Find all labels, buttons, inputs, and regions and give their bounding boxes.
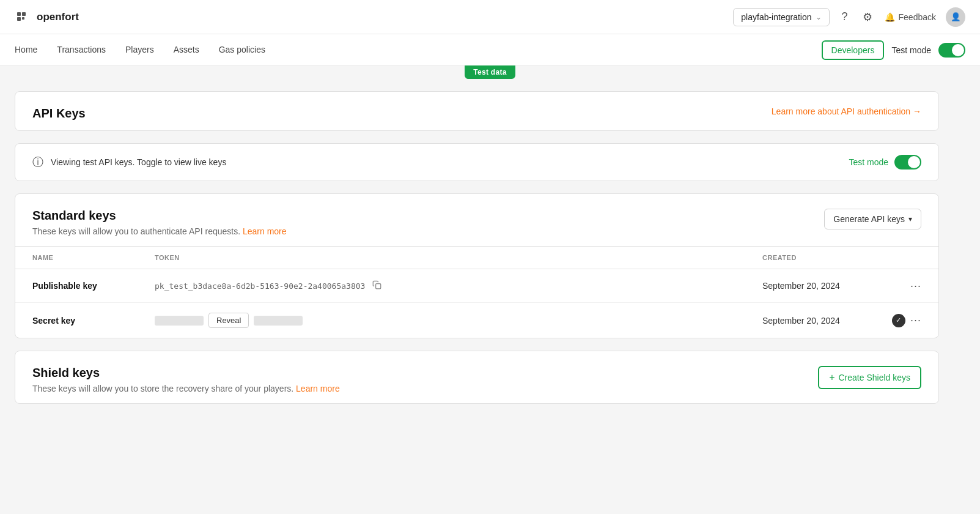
bell-icon: 🔔 bbox=[885, 12, 895, 22]
project-selector[interactable]: playfab-integration ⌄ bbox=[733, 8, 829, 26]
svg-rect-4 bbox=[376, 284, 381, 289]
col-actions bbox=[885, 254, 921, 261]
chevron-down-icon: ▾ bbox=[908, 215, 912, 223]
publishable-token-value: pk_test_b3dace8a-6d2b-5163-90e2-2a40065a… bbox=[155, 281, 365, 291]
reveal-secret-key-button[interactable]: Reveal bbox=[208, 313, 249, 328]
svg-rect-2 bbox=[17, 17, 21, 21]
check-badge: ✓ bbox=[892, 314, 905, 327]
user-icon: 👤 bbox=[951, 12, 961, 21]
publishable-token-cell: pk_test_b3dace8a-6d2b-5163-90e2-2a40065a… bbox=[155, 279, 762, 292]
keys-table: NAME TOKEN CREATED Publishable key pk_te… bbox=[15, 246, 938, 338]
create-shield-keys-button[interactable]: + Create Shield keys bbox=[818, 366, 921, 389]
test-data-wrapper: Test data bbox=[0, 65, 980, 79]
key-name-secret: Secret key bbox=[32, 316, 155, 326]
standard-keys-subtitle: These keys will allow you to authenticat… bbox=[32, 226, 287, 236]
info-banner-right: Test mode bbox=[849, 155, 921, 169]
shield-keys-header: Shield keys These keys will allow you to… bbox=[15, 351, 938, 403]
logo-text: openfort bbox=[37, 11, 79, 23]
standard-keys-header: Standard keys These keys will allow you … bbox=[15, 194, 938, 246]
settings-button[interactable]: ⚙ bbox=[860, 8, 875, 26]
secret-key-more-button[interactable]: ··· bbox=[910, 314, 921, 327]
col-created: CREATED bbox=[762, 254, 885, 261]
avatar-button[interactable]: 👤 bbox=[946, 7, 965, 27]
standard-keys-title-area: Standard keys These keys will allow you … bbox=[32, 209, 287, 236]
info-icon: ⓘ bbox=[32, 155, 43, 169]
copy-publishable-key-button[interactable] bbox=[371, 279, 383, 292]
standard-keys-learn-more[interactable]: Learn more bbox=[243, 226, 287, 236]
standard-keys-title: Standard keys bbox=[32, 209, 287, 223]
publishable-key-more-button[interactable]: ··· bbox=[910, 280, 921, 292]
feedback-label: Feedback bbox=[899, 12, 936, 22]
chevron-icon: ⌄ bbox=[816, 13, 822, 21]
feedback-button[interactable]: 🔔 Feedback bbox=[885, 12, 936, 22]
developers-button[interactable]: Developers bbox=[822, 40, 885, 60]
shield-keys-card: Shield keys These keys will allow you to… bbox=[15, 351, 939, 404]
table-row: Secret key Reveal September 20, 2024 ✓ ·… bbox=[15, 303, 938, 338]
secret-key-date: September 20, 2024 bbox=[762, 316, 885, 326]
shield-keys-title-area: Shield keys These keys will allow you to… bbox=[32, 366, 340, 393]
help-icon: ? bbox=[842, 10, 848, 23]
nav-home[interactable]: Home bbox=[15, 35, 37, 65]
generate-api-keys-button[interactable]: Generate API keys ▾ bbox=[824, 209, 921, 229]
col-token: TOKEN bbox=[155, 254, 762, 261]
test-data-badge: Test data bbox=[465, 65, 515, 79]
logo-icon bbox=[15, 9, 32, 26]
project-name: playfab-integration bbox=[741, 12, 811, 22]
test-mode-label: Test mode bbox=[891, 45, 931, 55]
logo-area: openfort bbox=[15, 9, 79, 26]
create-shield-btn-label: Create Shield keys bbox=[838, 373, 910, 382]
info-banner-left: ⓘ Viewing test API keys. Toggle to view … bbox=[32, 155, 226, 169]
col-name: NAME bbox=[32, 254, 155, 261]
top-nav: openfort playfab-integration ⌄ ? ⚙ 🔔 Fee… bbox=[0, 0, 980, 34]
publishable-key-actions: ··· bbox=[885, 280, 921, 292]
info-test-mode-toggle[interactable] bbox=[894, 155, 921, 169]
secondary-nav: Home Transactions Players Assets Gas pol… bbox=[0, 34, 980, 66]
secret-token-cell: Reveal bbox=[155, 313, 762, 328]
svg-rect-0 bbox=[17, 12, 21, 16]
generate-btn-label: Generate API keys bbox=[833, 214, 905, 224]
api-keys-card: API Keys Learn more about API authentica… bbox=[15, 91, 939, 131]
test-mode-toggle[interactable] bbox=[938, 43, 965, 58]
api-auth-link[interactable]: Learn more about API authentication → bbox=[772, 106, 921, 116]
secret-key-actions: ✓ ··· bbox=[885, 314, 921, 327]
publishable-key-date: September 20, 2024 bbox=[762, 281, 885, 291]
standard-keys-card: Standard keys These keys will allow you … bbox=[15, 193, 939, 338]
nav-gas-policies[interactable]: Gas policies bbox=[219, 35, 265, 65]
help-button[interactable]: ? bbox=[839, 8, 850, 26]
shield-keys-subtitle: These keys will allow you to store the r… bbox=[32, 384, 340, 393]
shield-keys-title: Shield keys bbox=[32, 366, 340, 380]
info-banner: ⓘ Viewing test API keys. Toggle to view … bbox=[15, 143, 939, 181]
key-name-publishable: Publishable key bbox=[32, 281, 155, 291]
top-nav-right: playfab-integration ⌄ ? ⚙ 🔔 Feedback 👤 bbox=[733, 7, 965, 27]
svg-rect-3 bbox=[22, 17, 24, 20]
api-keys-title: API Keys bbox=[32, 106, 86, 121]
gear-icon: ⚙ bbox=[863, 10, 872, 24]
nav-assets[interactable]: Assets bbox=[174, 35, 199, 65]
svg-rect-1 bbox=[22, 12, 26, 16]
table-row: Publishable key pk_test_b3dace8a-6d2b-51… bbox=[15, 269, 938, 303]
nav-links: Home Transactions Players Assets Gas pol… bbox=[15, 35, 822, 65]
nav-right-actions: Developers Test mode bbox=[822, 40, 965, 60]
table-header-row: NAME TOKEN CREATED bbox=[15, 247, 938, 269]
info-banner-text: Viewing test API keys. Toggle to view li… bbox=[51, 157, 226, 167]
nav-players[interactable]: Players bbox=[125, 35, 154, 65]
info-test-mode-label: Test mode bbox=[849, 157, 888, 167]
main-content: API Keys Learn more about API authentica… bbox=[0, 91, 954, 428]
api-keys-header: API Keys Learn more about API authentica… bbox=[15, 92, 938, 130]
shield-keys-learn-more[interactable]: Learn more bbox=[296, 384, 340, 393]
secret-blur-left bbox=[155, 316, 204, 326]
nav-transactions[interactable]: Transactions bbox=[57, 35, 106, 65]
plus-icon: + bbox=[829, 372, 834, 383]
secret-blur-right bbox=[254, 316, 303, 326]
